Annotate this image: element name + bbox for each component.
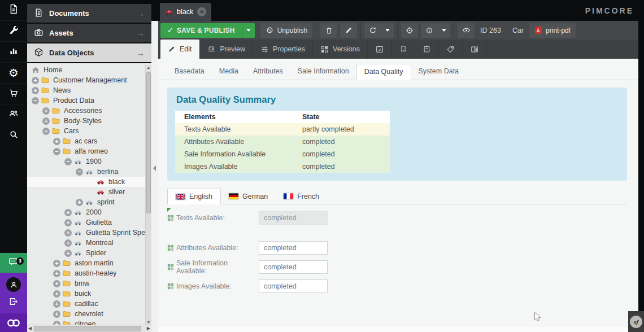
tree-item[interactable]: bmw [27, 278, 151, 289]
scrollbar-thumb[interactable] [34, 326, 141, 331]
tab-tags[interactable] [439, 40, 463, 59]
scrollbar-thumb[interactable] [146, 72, 151, 213]
print-pdf-button[interactable]: print-pdf [529, 23, 576, 38]
tree-item[interactable]: chevrolet [27, 309, 151, 319]
tree-item[interactable]: 1900 [27, 156, 151, 167]
tree-expander-icon[interactable] [53, 138, 60, 145]
tree-item[interactable]: Cars [27, 126, 151, 136]
close-tab-icon[interactable]: ✕ [197, 7, 206, 16]
panel-splitter[interactable] [151, 21, 158, 332]
field-value-input[interactable] [259, 260, 328, 274]
tree-expander-icon[interactable] [53, 270, 60, 277]
tree-vertical-scrollbar[interactable]: ▲ ▼ [145, 65, 151, 325]
rename-button[interactable] [340, 23, 357, 38]
tree-expander-icon[interactable] [64, 229, 72, 237]
info-button[interactable] [421, 23, 438, 38]
scroll-right-arrow-icon[interactable]: ▶ [147, 326, 150, 331]
tree-item[interactable]: Customer Management [27, 75, 151, 85]
users-rail-button[interactable] [0, 104, 27, 125]
tree-expander-icon[interactable] [53, 280, 60, 287]
tree-expander-icon[interactable] [76, 199, 83, 206]
symfony-profiler-badge[interactable]: sf [628, 311, 644, 332]
language-tab-french[interactable]: French [276, 189, 327, 204]
tab-layout[interactable] [463, 40, 487, 59]
scroll-left-arrow-icon[interactable]: ◀ [28, 326, 32, 331]
reload-button[interactable] [364, 23, 381, 38]
tree-item[interactable]: black [27, 177, 151, 187]
tree-item[interactable]: Accessories [27, 106, 151, 116]
scroll-up-arrow-icon[interactable]: ▲ [146, 65, 151, 69]
accordion-assets[interactable]: Assets → [27, 24, 151, 42]
tree-expander-icon[interactable] [53, 290, 60, 298]
tree-expander-icon[interactable] [53, 260, 60, 267]
data-tab[interactable]: Attributes [246, 64, 290, 80]
tree-expander-icon[interactable] [32, 97, 39, 104]
data-tab[interactable]: Basedata [167, 64, 212, 80]
tree-item[interactable]: buick [27, 289, 151, 299]
tree-expander-icon[interactable] [64, 239, 72, 247]
language-tab-german[interactable]: German [221, 189, 276, 204]
reload-options-dropdown[interactable] [381, 23, 394, 38]
tab-edit[interactable]: Edit [160, 40, 199, 59]
tab-notes[interactable] [392, 40, 415, 59]
field-value-input[interactable] [259, 241, 328, 255]
logout-icon[interactable] [8, 296, 19, 309]
locate-in-tree-button[interactable] [401, 23, 418, 38]
tree-expander-icon[interactable] [42, 117, 50, 125]
tree-item[interactable]: ac cars [27, 136, 151, 146]
tree-expander-icon[interactable] [42, 107, 50, 115]
collapse-panel-arrow-icon[interactable] [153, 165, 156, 171]
tree-expander-icon[interactable] [32, 77, 39, 84]
tab-versions[interactable]: Versions [313, 40, 368, 59]
tree-item[interactable]: Home [27, 65, 151, 75]
tree-item[interactable]: Montreal [27, 238, 151, 248]
tree-expander-icon[interactable] [64, 219, 72, 226]
data-tab[interactable]: Media [212, 64, 246, 80]
tab-properties[interactable]: Properties [253, 40, 313, 59]
open-preview-button[interactable] [458, 23, 475, 38]
data-tab[interactable]: Data Quality [356, 64, 411, 80]
accordion-data-objects[interactable]: Data Objects → [27, 43, 151, 62]
ecommerce-rail-button[interactable] [0, 84, 27, 104]
tree-expander-icon[interactable] [53, 148, 60, 155]
tree-item[interactable]: austin-healey [27, 268, 151, 278]
field-value-input[interactable] [259, 279, 328, 293]
settings-rail-button[interactable]: ⚙ [0, 63, 27, 84]
tree-item[interactable]: Product Data [27, 95, 151, 106]
tree-item[interactable]: Gulietta Sprint Specia [27, 228, 151, 238]
tree-item[interactable]: Body-Styles [27, 116, 151, 126]
tree-item[interactable]: sprint [27, 197, 151, 207]
user-avatar[interactable] [6, 277, 21, 292]
info-options-dropdown[interactable] [438, 23, 450, 38]
tree-item[interactable]: 2000 [27, 207, 151, 217]
tree-expander-icon[interactable] [76, 168, 83, 176]
tree-expander-icon[interactable] [64, 250, 72, 257]
tree-expander-icon[interactable] [42, 128, 50, 135]
tools-rail-button[interactable] [0, 21, 27, 42]
tree-item[interactable]: berlina [27, 167, 151, 177]
tab-preview[interactable]: Preview [199, 40, 253, 59]
tab-schedule[interactable] [368, 40, 392, 59]
tree-item[interactable]: silver [27, 187, 151, 197]
tree-item[interactable]: aston martin [27, 258, 151, 268]
tree-item[interactable]: Spider [27, 248, 151, 258]
save-publish-button[interactable]: ✓ SAVE & PUBLISH [160, 23, 242, 38]
tree-item[interactable]: alfa romeo [27, 146, 151, 156]
pimcore-infinity-logo[interactable] [0, 313, 27, 332]
tree-expander-icon[interactable] [64, 209, 72, 216]
data-tab[interactable]: System Data [411, 64, 467, 80]
tree-horizontal-scrollbar[interactable]: ◀ ▶ [27, 325, 151, 332]
search-rail-button[interactable] [0, 125, 27, 146]
tree-item[interactable]: cadillac [27, 299, 151, 309]
tree-expander-icon[interactable] [53, 300, 60, 308]
tree-expander-icon[interactable] [53, 311, 60, 318]
language-tab-english[interactable]: English [167, 189, 221, 204]
scroll-down-arrow-icon[interactable]: ▼ [146, 320, 151, 324]
notifications-button[interactable]: 3 [0, 253, 27, 273]
unpublish-button[interactable]: Unpublish [260, 23, 312, 38]
tree-item[interactable]: Giulietta [27, 217, 151, 228]
documents-rail-button[interactable] [0, 0, 27, 21]
tree-item[interactable]: News [27, 85, 151, 95]
tree-expander-icon[interactable] [64, 158, 72, 165]
field-value-input[interactable] [259, 211, 328, 225]
